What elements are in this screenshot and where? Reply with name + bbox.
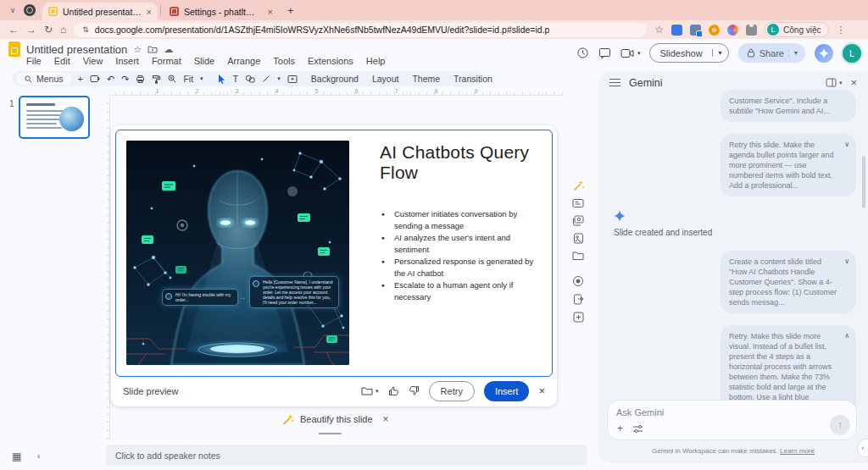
retry-button[interactable]: Retry — [429, 381, 475, 401]
add-box-icon[interactable] — [573, 312, 584, 323]
new-slide-icon[interactable]: + — [78, 75, 83, 84]
insert-image-icon[interactable] — [287, 75, 298, 84]
line-tool-icon[interactable] — [262, 75, 270, 83]
zoom-icon[interactable] — [168, 75, 176, 83]
tab-close-icon[interactable]: × — [268, 7, 273, 17]
browser-tab-active[interactable]: Untitled presentation - Googl × — [42, 3, 158, 20]
new-slide-layout-icon[interactable] — [90, 75, 100, 83]
menu-edit[interactable]: Edit — [54, 56, 70, 66]
doc-arrow-icon[interactable] — [573, 294, 584, 305]
send-button[interactable]: ↑ — [830, 415, 850, 435]
menu-arrange[interactable]: Arrange — [227, 56, 260, 66]
grid-view-icon[interactable]: ▦ — [12, 451, 21, 462]
profile-chip[interactable]: L Công việc — [765, 22, 828, 37]
tune-sliders-icon[interactable] — [632, 424, 643, 434]
slides-logo-icon[interactable] — [8, 41, 20, 57]
menu-insert[interactable]: Insert — [115, 56, 139, 66]
translate-extension-icon[interactable] — [671, 25, 682, 36]
transition-button[interactable]: Transition — [453, 74, 492, 84]
new-tab-button[interactable]: + — [287, 4, 294, 17]
orange-extension-icon[interactable] — [709, 25, 720, 36]
share-caret-icon[interactable]: ▾ — [788, 49, 800, 57]
speaker-notes-input[interactable]: Click to add speaker notes — [106, 445, 587, 466]
move-to-folder-icon[interactable]: ▾ — [361, 386, 379, 395]
zoom-caret-icon[interactable]: ▾ — [200, 75, 203, 82]
expand-chevron-icon[interactable]: ∨ — [844, 140, 849, 150]
share-button[interactable]: Share ▾ — [738, 43, 805, 63]
menu-tools[interactable]: Tools — [273, 56, 295, 66]
doc-image-icon[interactable] — [573, 233, 584, 244]
menu-slide[interactable]: Slide — [194, 56, 214, 66]
shape-tool-icon[interactable] — [245, 75, 255, 83]
tab-search-chevron-icon[interactable]: ∨ — [5, 6, 20, 14]
toolbar-menus-search[interactable]: Menus — [17, 73, 71, 85]
capture-extension-icon[interactable] — [690, 25, 701, 36]
slideshow-caret-icon[interactable]: ▾ — [712, 49, 728, 57]
address-bar[interactable]: ⇅ docs.google.com/presentation/d/1ASZthj… — [74, 23, 647, 37]
move-folder-icon[interactable] — [147, 45, 158, 53]
hamburger-menu-icon[interactable] — [609, 79, 620, 86]
preview-close-icon[interactable]: × — [538, 384, 545, 397]
beautify-close-icon[interactable]: × — [383, 413, 389, 425]
menu-format[interactable]: Format — [152, 56, 181, 66]
tab-close-icon[interactable]: × — [147, 7, 152, 17]
card-icon[interactable] — [572, 198, 584, 208]
menu-file[interactable]: File — [26, 56, 42, 66]
background-button[interactable]: Background — [311, 74, 359, 84]
text-box-tool-icon[interactable]: T — [233, 75, 239, 84]
reload-icon[interactable]: ↻ — [44, 25, 53, 35]
colorful-extension-icon[interactable] — [727, 25, 738, 36]
learn-more-link[interactable]: Learn more — [780, 447, 815, 455]
browser-menu-icon[interactable]: ⋮ — [837, 25, 846, 36]
line-caret-icon[interactable]: ▾ — [277, 75, 281, 82]
attach-plus-icon[interactable]: + — [617, 423, 623, 434]
menu-extensions[interactable]: Extensions — [308, 56, 353, 66]
thumbs-up-icon[interactable] — [388, 385, 399, 396]
panel-layout-icon[interactable]: ▾ — [826, 78, 843, 87]
insert-button[interactable]: Insert — [484, 381, 530, 401]
bookmark-star-icon[interactable]: ☆ — [654, 25, 664, 35]
paint-format-icon[interactable] — [152, 75, 161, 84]
doc-title[interactable]: Untitled presentation — [26, 43, 127, 56]
panel-scrollbar[interactable] — [862, 156, 865, 208]
beautify-chip[interactable]: Beautify this slide × — [282, 413, 389, 425]
target-icon[interactable] — [572, 275, 584, 287]
collapse-filmstrip-icon[interactable]: ‹ — [37, 451, 40, 461]
undo-icon[interactable]: ↶ — [107, 75, 114, 84]
generated-slide[interactable]: Hi! I'm having trouble with my order... … — [115, 130, 553, 377]
gemini-close-icon[interactable]: × — [850, 76, 857, 89]
folder-icon[interactable] — [572, 251, 584, 261]
slideshow-button[interactable]: Slideshow ▾ — [649, 43, 728, 63]
menu-view[interactable]: View — [83, 56, 103, 66]
gemini-input-card[interactable]: Ask Gemini + ↑ — [607, 400, 857, 440]
select-tool-icon[interactable] — [217, 74, 226, 84]
collapse-chevron-icon[interactable]: ∧ — [844, 331, 849, 341]
thumbs-down-icon[interactable] — [409, 385, 420, 396]
zoom-level-label[interactable]: Fit — [183, 74, 193, 84]
version-history-icon[interactable] — [576, 47, 589, 59]
redo-icon[interactable]: ↷ — [121, 75, 129, 84]
extensions-puzzle-icon[interactable] — [746, 25, 757, 36]
print-icon[interactable] — [136, 75, 145, 84]
browser-tab-inactive[interactable]: Settings - phatlt@scuti.asia - W × — [164, 3, 279, 20]
menu-help[interactable]: Help — [366, 56, 386, 66]
user-message-bubble[interactable]: Create a content slide titled "How AI Ch… — [721, 251, 856, 313]
layers-icon[interactable] — [572, 215, 584, 226]
meet-camera-icon[interactable]: ▾ — [620, 48, 641, 58]
user-message-bubble[interactable]: Customer Service". Include a subtitle "H… — [721, 90, 856, 122]
home-icon[interactable]: ⌂ — [60, 25, 66, 35]
expand-chevron-icon[interactable]: ∨ — [844, 257, 849, 267]
user-message-bubble[interactable]: Retry this slide. Make the agenda bullet… — [721, 134, 856, 196]
comments-icon[interactable] — [598, 47, 611, 59]
site-info-icon[interactable]: ⇅ — [82, 25, 89, 34]
gemini-button[interactable] — [815, 44, 833, 63]
slide-thumbnail[interactable] — [19, 96, 90, 139]
back-icon[interactable]: ← — [8, 25, 19, 35]
drag-handle[interactable] — [319, 433, 342, 434]
layout-button[interactable]: Layout — [372, 74, 399, 84]
beautify-sparkle-icon[interactable] — [572, 179, 585, 191]
account-avatar[interactable]: L — [843, 44, 861, 63]
theme-button[interactable]: Theme — [412, 74, 440, 84]
forward-icon[interactable]: → — [26, 25, 36, 35]
star-doc-icon[interactable]: ☆ — [133, 44, 142, 55]
